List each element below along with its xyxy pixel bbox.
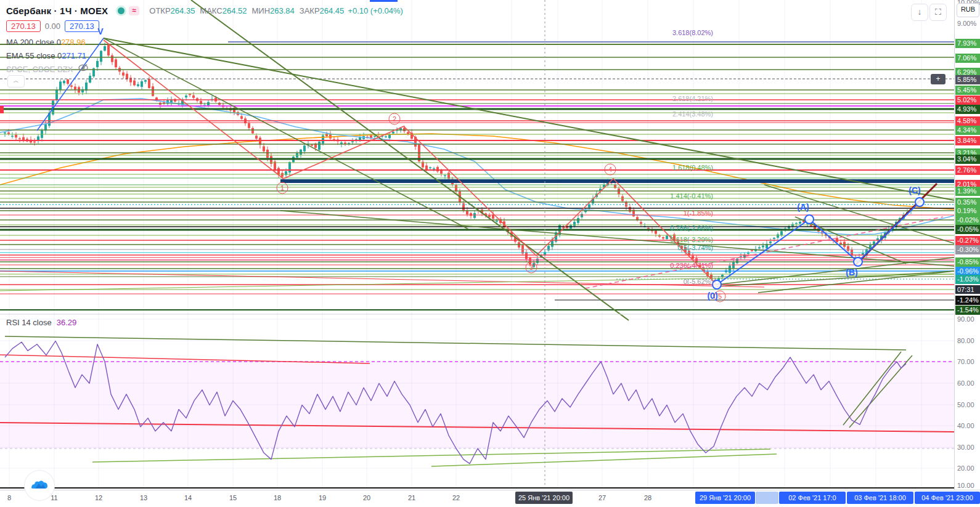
price-scale-label: 7.06% (955, 54, 980, 63)
ma-study-label[interactable]: MA 200 close 0 (6, 38, 61, 47)
low-value: 263.84 (270, 6, 295, 15)
rsi-scale-tick: 90.00 (957, 315, 974, 323)
time-axis[interactable]: ⚙ 811121314151819202122272825 Янв '21 20… (0, 490, 980, 507)
price-scale-label: 3.84% (955, 136, 980, 145)
candle-countdown: 07:31 (955, 285, 980, 294)
bid-price[interactable]: 270.13 (6, 20, 41, 32)
price-scale-label: -0.27% (955, 236, 980, 245)
spread-value: 0.00 (45, 22, 60, 31)
time-axis-range-box[interactable]: 02 Фев '21 17:0 (779, 492, 846, 504)
top-progress-strip (370, 0, 398, 2)
price-scale-label: 4.34% (955, 126, 980, 135)
fullscreen-button[interactable]: ⛶ (929, 4, 947, 21)
close-value: 264.45 (320, 6, 345, 15)
time-axis-label: 21 (404, 494, 420, 501)
ema-study-label[interactable]: EMA 55 close 0 (6, 51, 62, 60)
price-scale-label: -1.24% (955, 296, 980, 305)
fib-level-label: 0.236(-4.71%) (670, 262, 713, 269)
price-scale-tick: 9.00% (957, 19, 976, 28)
price-scale-label: 0.35% (955, 198, 980, 207)
add-alert-plus-button[interactable]: + (931, 74, 945, 84)
wave-label-red[interactable]: 1 (277, 182, 288, 194)
price-scale[interactable]: 10.00%9.00%7.93%7.06%6.29%5.85%5.45%5.02… (954, 0, 980, 490)
rsi-label[interactable]: RSI 14 close (6, 318, 52, 327)
rsi-scale-tick: 20.00 (957, 464, 974, 473)
time-axis-label: 8 (1, 494, 17, 501)
time-axis-label: 28 (640, 494, 656, 501)
price-scale-label: -0.02% (955, 216, 980, 225)
price-scale-label: -1.03% (955, 275, 980, 284)
low-label: МИН (251, 6, 270, 15)
time-axis-range-box[interactable]: 29 Янв '21 20:00 (695, 492, 755, 504)
tradingview-logo[interactable] (25, 471, 54, 500)
status-dot-icon (118, 7, 125, 14)
time-axis-range-box[interactable] (756, 492, 778, 504)
time-axis-label: 15 (225, 494, 241, 501)
fib-level-label: 1.618(0.48%) (672, 164, 713, 171)
left-price-marker (0, 106, 4, 113)
price-scale-label: 0.19% (955, 206, 980, 216)
wave-label-blue[interactable]: (A) (797, 202, 809, 212)
fib-level-label: 0(-5.62%) (684, 278, 713, 285)
chart-canvas[interactable] (0, 0, 980, 507)
fib-level-label: 0.5(-3.74%) (678, 244, 713, 251)
fib-level-label: 0.618(-3.29%) (670, 236, 713, 243)
wave-label-blue[interactable]: (0) (707, 291, 717, 301)
download-chart-button[interactable]: ↓ (911, 4, 928, 21)
price-scale-label: -1.54% (955, 306, 980, 315)
ask-price[interactable]: 270.13 (65, 20, 99, 32)
wave-label-blue[interactable]: (B) (846, 267, 857, 277)
price-scale-label: -0.05% (955, 225, 980, 234)
high-value: 264.52 (223, 6, 247, 15)
wave-label-red[interactable]: 3 (526, 262, 537, 274)
price-scale-label: 3.04% (955, 155, 980, 164)
rsi-value: 36.29 (57, 318, 77, 327)
close-label: ЗАКР (300, 6, 320, 15)
symbol-title[interactable]: Сбербанк · 1Ч · MOEX (6, 6, 108, 16)
price-scale-label: 1.39% (955, 187, 980, 196)
time-axis-range-box[interactable]: 04 Фев '21 23:00 (915, 492, 980, 504)
approx-icon: ≈ (129, 6, 139, 15)
fib-level-label: 3.618(8.02%) (672, 29, 713, 36)
ema-study-value: 271.71 (62, 51, 86, 60)
rsi-legend: RSI 14 close36.29 (6, 318, 76, 327)
rsi-scale-tick: 60.00 (957, 379, 974, 387)
fib-level-label: 1.414(-0.41%) (670, 192, 713, 200)
time-axis-range-box[interactable]: 03 Фев '21 18:00 (847, 492, 913, 504)
time-axis-label: 13 (136, 494, 152, 501)
chart-window: Сбербанк · 1Ч · MOEX ≈ ОТКР 264.35 МАКС … (0, 0, 980, 507)
open-value: 264.35 (171, 6, 195, 15)
rsi-scale-tick: 10.00 (957, 481, 974, 490)
eye-off-icon[interactable] (78, 63, 89, 75)
time-axis-label: 14 (180, 494, 196, 501)
change-value: +0.10 (+0.04%) (348, 6, 403, 15)
price-scale-label: 4.58% (955, 116, 980, 126)
price-scale-label: 2.76% (955, 166, 980, 175)
rsi-scale-tick: 40.00 (957, 421, 974, 430)
hidden-study-label[interactable]: SPCE, CBOE BZX (6, 65, 73, 74)
price-scale-label: 5.85% (955, 75, 980, 84)
rsi-scale-tick: 80.00 (957, 336, 974, 345)
logo-glyph-icon (30, 479, 49, 492)
fib-level-label: 2.618(4.21%) (672, 95, 713, 102)
price-scale-label: -0.85% (955, 258, 980, 267)
legend-collapse-button[interactable]: ︿ (7, 75, 25, 87)
rsi-scale-tick: 30.00 (957, 443, 974, 452)
wave-label-red[interactable]: 4 (605, 164, 616, 176)
currency-toggle-button[interactable]: RUB (957, 3, 979, 17)
ma-study-value: 278.96 (61, 38, 86, 47)
rsi-scale-tick: 50.00 (957, 400, 974, 409)
price-scale-label: 4.93% (955, 105, 980, 114)
price-scale-label: 5.02% (955, 95, 980, 105)
rsi-scale-tick: 70.00 (957, 357, 974, 366)
wave-label-blue[interactable]: (C) (909, 185, 920, 195)
time-axis-label: 20 (359, 494, 375, 501)
time-axis-range-box[interactable]: 25 Янв '21 20:00 (515, 492, 573, 504)
legend: Сбербанк · 1Ч · MOEX ≈ ОТКР 264.35 МАКС … (6, 4, 403, 76)
high-label: МАКС (200, 6, 222, 15)
fib-level-label: 1(-1.85%) (684, 209, 713, 217)
fib-level-label: 0.786(-2.66%) (670, 224, 713, 232)
wave-label-red[interactable]: 2 (389, 113, 401, 125)
price-scale-label: 7.93% (955, 39, 980, 48)
time-axis-label: 18 (269, 494, 285, 501)
